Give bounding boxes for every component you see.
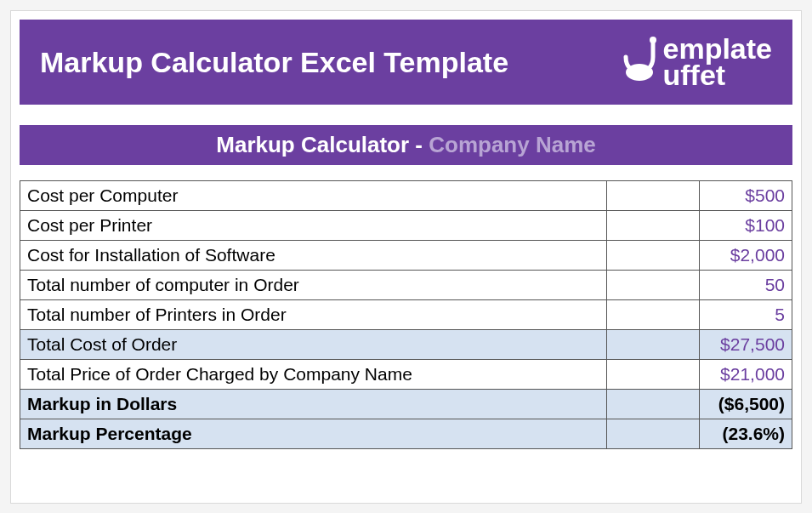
spoon-icon <box>622 37 662 88</box>
row-spacer <box>607 419 700 449</box>
row-label: Total Price of Order Charged by Company … <box>20 360 607 390</box>
calculator-table: Cost per Computer$500Cost per Printer$10… <box>20 180 792 449</box>
row-label: Total number of computer in Order <box>20 271 607 300</box>
row-label: Cost per Computer <box>20 181 607 211</box>
subheader-bar: Markup Calculator - Company Name <box>20 125 792 165</box>
row-value: $2,000 <box>700 241 792 271</box>
svg-point-0 <box>626 64 653 81</box>
table-row: Total number of Printers in Order5 <box>20 300 792 330</box>
svg-point-1 <box>650 37 656 43</box>
row-label: Cost per Printer <box>20 211 607 241</box>
row-spacer <box>607 181 700 211</box>
row-spacer <box>607 241 700 271</box>
row-label: Total Cost of Order <box>20 330 607 360</box>
subheader-title: Markup Calculator - <box>216 132 429 157</box>
row-spacer <box>607 271 700 300</box>
row-value: $100 <box>700 211 792 241</box>
subheader-company: Company Name <box>429 132 596 157</box>
row-spacer <box>607 330 700 360</box>
table-row: Total Cost of Order$27,500 <box>20 330 792 360</box>
page-title: Markup Calculator Excel Template <box>40 46 508 79</box>
brand-logo: emplate uffet <box>622 36 773 88</box>
table-row: Cost for Installation of Software$2,000 <box>20 241 792 271</box>
logo-text: emplate uffet <box>663 36 773 88</box>
template-card: Markup Calculator Excel Template emplate… <box>10 10 802 504</box>
table-row: Cost per Printer$100 <box>20 211 792 241</box>
row-value: $27,500 <box>700 330 792 360</box>
row-value: ($6,500) <box>700 390 792 419</box>
row-value: $500 <box>700 181 792 211</box>
table-row: Markup in Dollars($6,500) <box>20 390 792 419</box>
table-row: Total number of computer in Order50 <box>20 271 792 300</box>
row-spacer <box>607 360 700 390</box>
row-spacer <box>607 390 700 419</box>
table-row: Total Price of Order Charged by Company … <box>20 360 792 390</box>
row-label: Cost for Installation of Software <box>20 241 607 271</box>
table-row: Cost per Computer$500 <box>20 181 792 211</box>
row-label: Markup in Dollars <box>20 390 607 419</box>
row-spacer <box>607 300 700 330</box>
row-value: $21,000 <box>700 360 792 390</box>
table-row: Markup Percentage(23.6%) <box>20 419 792 449</box>
row-value: (23.6%) <box>700 419 792 449</box>
row-value: 5 <box>700 300 792 330</box>
row-label: Total number of Printers in Order <box>20 300 607 330</box>
row-spacer <box>607 211 700 241</box>
header-bar: Markup Calculator Excel Template emplate… <box>20 20 792 105</box>
row-label: Markup Percentage <box>20 419 607 449</box>
row-value: 50 <box>700 271 792 300</box>
